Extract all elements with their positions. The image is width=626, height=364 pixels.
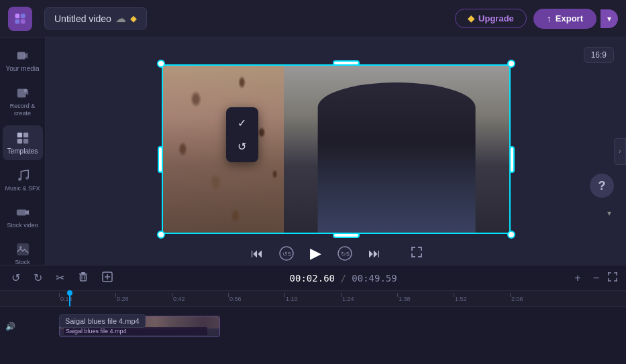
person-silhouette [317,82,475,233]
help-button[interactable]: ? [590,174,614,198]
zoom-minus-button[interactable]: − [589,270,603,286]
resize-handle-middle-left[interactable] [158,146,163,173]
sidebar-label-stock-video: Stock video [7,222,38,229]
resize-handle-bottom-left[interactable] [157,231,165,239]
svg-rect-44 [616,272,617,276]
sidebar-item-your-media[interactable]: Your media [3,43,43,78]
ruler-mark-0: 0:14 [59,296,115,302]
svg-rect-12 [23,139,28,143]
timeline-delete-button[interactable] [74,269,92,287]
templates-icon [15,131,30,145]
svg-point-13 [18,178,21,181]
export-label: Export [556,13,583,23]
current-time: 00:02.60 [290,273,335,284]
svg-text:↺5: ↺5 [282,251,291,257]
sidebar-item-stock-images[interactable]: Stockimages [3,237,43,265]
upgrade-button[interactable]: ◆ Upgrade [455,9,527,28]
diamond-icon: ◆ [130,13,137,23]
svg-rect-33 [81,272,85,274]
app-logo [8,7,32,31]
sidebar-item-templates[interactable]: Templates [3,125,43,160]
main-area: Your media Record &create Templates [0,38,626,265]
playback-controls: ⏮ ↺5 ▶ ↻5 ⏭ [248,242,423,265]
stock-images-icon [15,242,30,257]
forward-button[interactable]: ↻5 [335,243,355,263]
sidebar-label-stock-images: Stockimages [13,259,32,265]
svg-rect-48 [616,278,617,282]
help-chevron-icon[interactable]: ▾ [607,208,611,218]
track-row-video: 🔊 Saigal blues file 4.mp4 [0,311,626,342]
upgrade-label: Upgrade [478,13,514,23]
music-icon [15,168,30,183]
context-menu: ✓ ↺ [226,107,258,162]
fullscreen-button[interactable] [410,245,423,261]
ruler-mark-4: 1:10 [284,296,341,302]
rewind-button[interactable]: ↺5 [276,243,297,263]
aspect-ratio-badge[interactable]: 16:9 [584,47,614,63]
context-menu-undo[interactable]: ↺ [226,135,258,158]
ruler-mark-8: 2:06 [510,296,566,302]
svg-rect-32 [421,253,422,257]
svg-rect-15 [16,209,26,215]
video-clip[interactable]: Saigal blues file 4.mp4 [59,316,220,337]
video-title: Untitled video [54,13,111,24]
resize-handle-top-middle[interactable] [333,60,360,66]
record-icon [15,86,30,101]
timeline: ↺ ↻ ✂ 00:02.60 / 00:49.59 + − 0:14 0: [0,265,626,364]
topbar: Untitled video ☁ ◆ ◆ Upgrade ↑ Export ▾ [0,0,626,38]
track-mute-button[interactable]: 🔊 [5,322,15,331]
sidebar: Your media Record &create Templates [0,38,46,265]
resize-handle-middle-right[interactable] [509,146,515,173]
resize-handle-bottom-middle[interactable] [333,233,360,238]
track-content-video: Saigal blues file 4.mp4 [59,314,626,339]
play-button[interactable]: ▶ [307,242,324,265]
video-background [163,66,509,233]
timeline-redo-button[interactable]: ↻ [30,269,46,286]
timeline-ruler: 0:14 0:28 0:42 0:56 1:10 1:24 1:38 1:52 … [0,291,626,307]
upgrade-diamond-icon: ◆ [468,13,474,23]
sidebar-item-record-create[interactable]: Record &create [3,80,43,123]
resize-handle-bottom-right[interactable] [507,231,515,239]
ruler-mark-6: 1:38 [397,296,454,302]
export-dropdown-button[interactable]: ▾ [601,9,618,28]
video-right-panel [284,66,509,233]
sidebar-item-music-sfx[interactable]: Music & SFX [3,163,43,197]
timeline-fit-button[interactable] [607,271,618,284]
svg-rect-11 [17,139,21,143]
svg-rect-3 [21,19,25,23]
playhead[interactable] [69,291,70,306]
sidebar-item-stock-video[interactable]: Stock video [3,200,43,234]
svg-text:↻5: ↻5 [341,251,350,257]
video-preview[interactable]: ✓ ↺ [162,64,511,234]
svg-rect-10 [23,132,28,137]
svg-rect-0 [15,13,20,18]
svg-rect-17 [17,243,28,255]
resize-handle-top-left[interactable] [157,60,165,68]
stock-video-icon [15,205,30,220]
ruler-mark-3: 0:56 [228,296,284,302]
video-frame[interactable] [162,64,511,234]
playhead-dot [67,290,72,296]
context-menu-confirm[interactable]: ✓ [226,111,258,135]
svg-rect-42 [608,272,609,276]
export-arrow-icon: ↑ [547,13,552,24]
timeline-tracks: 🔊 Saigal blues file 4.mp4 Saigal blues f… [0,307,626,364]
media-icon [15,48,30,63]
timeline-cut-button[interactable]: ✂ [52,269,68,286]
resize-handle-top-right[interactable] [507,60,515,68]
skip-back-button[interactable]: ⏮ [248,244,266,263]
timeline-add-media-button[interactable] [99,269,116,287]
total-time: 00:49.59 [352,273,397,284]
zoom-add-button[interactable]: + [570,270,584,286]
sidebar-label-your-media: Your media [5,65,39,72]
title-pill[interactable]: Untitled video ☁ ◆ [44,7,147,29]
svg-rect-26 [411,247,413,251]
skip-forward-button[interactable]: ⏭ [366,244,383,263]
timeline-toolbar: ↺ ↻ ✂ 00:02.60 / 00:49.59 + − [0,265,626,291]
export-button[interactable]: ↑ Export [533,9,596,29]
right-panel-collapse[interactable]: › [614,138,626,165]
zoom-controls: + − [570,270,618,286]
svg-rect-35 [81,275,87,281]
sidebar-label-record-create: Record &create [10,103,36,117]
timeline-undo-button[interactable]: ↺ [8,269,23,286]
